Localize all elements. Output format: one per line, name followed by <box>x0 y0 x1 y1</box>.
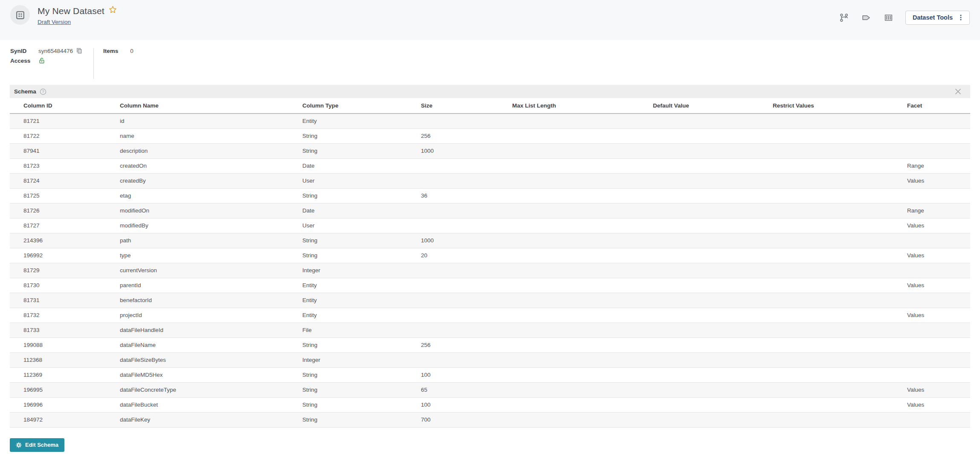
svg-text:?: ? <box>42 89 44 94</box>
cell-column-name: dataFileConcreteType <box>120 382 302 397</box>
cell-column-name: etag <box>120 188 302 203</box>
schema-header-bar: Schema ? <box>10 85 970 98</box>
cell-facet: Values <box>907 218 970 233</box>
kebab-menu-icon <box>958 14 964 21</box>
cell-column-type: String <box>302 233 421 248</box>
synid-value: syn65484476 <box>38 48 73 54</box>
cell-max-list-length <box>512 338 653 352</box>
cell-size <box>421 278 512 293</box>
gear-icon <box>16 442 22 448</box>
schema-row: 81733 dataFileHandleId File <box>10 323 970 338</box>
cell-restrict-values <box>773 173 907 188</box>
cell-column-id: 81726 <box>10 203 120 218</box>
cell-column-type: User <box>302 173 421 188</box>
schema-row: 81726 modifiedOn Date Range <box>10 203 970 218</box>
col-header-max-list-length: Max List Length <box>512 98 653 114</box>
cell-facet: Values <box>907 248 970 263</box>
cell-column-type: String <box>302 128 421 143</box>
cell-max-list-length <box>512 382 653 397</box>
cell-column-name: modifiedOn <box>120 203 302 218</box>
cell-column-id: 81724 <box>10 173 120 188</box>
cell-column-id: 81723 <box>10 158 120 173</box>
cell-column-name: modifiedBy <box>120 218 302 233</box>
cell-column-id: 81733 <box>10 323 120 338</box>
cell-column-name: dataFileSizeBytes <box>120 352 302 367</box>
cell-default-value <box>653 233 773 248</box>
cell-column-id: 81730 <box>10 278 120 293</box>
cell-max-list-length <box>512 203 653 218</box>
cell-default-value <box>653 323 773 338</box>
cell-max-list-length <box>512 278 653 293</box>
cell-restrict-values <box>773 263 907 278</box>
draft-version-link[interactable]: Draft Version <box>38 19 71 25</box>
cell-column-id: 81732 <box>10 308 120 323</box>
cell-size <box>421 352 512 367</box>
cell-size: 700 <box>421 412 512 427</box>
dataset-tools-button[interactable]: Dataset Tools <box>905 11 970 25</box>
entity-metadata: SynID syn65484476 Access <box>0 40 980 85</box>
columns-button[interactable] <box>881 10 897 25</box>
cell-max-list-length <box>512 218 653 233</box>
cell-restrict-values <box>773 382 907 397</box>
cell-default-value <box>653 338 773 352</box>
cell-column-type: String <box>302 397 421 412</box>
page-header: My New Dataset Draft Version <box>0 0 980 40</box>
schema-row: 81727 modifiedBy User Values <box>10 218 970 233</box>
schema-row: 81731 benefactorId Entity <box>10 293 970 308</box>
cell-column-type: Entity <box>302 308 421 323</box>
cell-default-value <box>653 248 773 263</box>
cell-facet <box>907 293 970 308</box>
cell-column-type: Integer <box>302 263 421 278</box>
access-unlocked-icon[interactable] <box>38 57 45 64</box>
cell-column-id: 81727 <box>10 218 120 233</box>
cell-size <box>421 293 512 308</box>
cell-column-name: dataFileKey <box>120 412 302 427</box>
cell-column-id: 112369 <box>10 367 120 382</box>
cell-size <box>421 158 512 173</box>
version-history-button[interactable] <box>836 10 852 25</box>
copy-icon <box>76 47 82 54</box>
cell-column-name: type <box>120 248 302 263</box>
cell-max-list-length <box>512 158 653 173</box>
close-schema-button[interactable] <box>954 87 963 96</box>
cell-size: 1000 <box>421 233 512 248</box>
cell-column-id: 196996 <box>10 397 120 412</box>
cell-default-value <box>653 188 773 203</box>
dataset-icon <box>15 10 26 20</box>
edit-schema-button[interactable]: Edit Schema <box>10 438 64 452</box>
cell-size: 1000 <box>421 143 512 158</box>
cell-column-name: dataFileName <box>120 338 302 352</box>
page-title: My New Dataset <box>38 6 104 16</box>
cell-size <box>421 114 512 128</box>
dataset-avatar <box>10 5 30 25</box>
schema-row: 81721 id Entity <box>10 114 970 128</box>
col-header-column-name: Column Name <box>120 98 302 114</box>
cell-size: 256 <box>421 128 512 143</box>
cell-restrict-values <box>773 158 907 173</box>
cell-column-name: dataFileMD5Hex <box>120 367 302 382</box>
cell-column-id: 87941 <box>10 143 120 158</box>
cell-max-list-length <box>512 412 653 427</box>
cell-default-value <box>653 412 773 427</box>
items-label: Items <box>103 48 118 54</box>
schema-row: 199088 dataFileName String 256 <box>10 338 970 352</box>
col-header-size: Size <box>421 98 512 114</box>
cell-column-id: 196992 <box>10 248 120 263</box>
copy-synid-button[interactable] <box>76 47 82 54</box>
schema-row: 112369 dataFileMD5Hex String 100 <box>10 367 970 382</box>
cell-column-type: File <box>302 323 421 338</box>
cell-facet: Range <box>907 158 970 173</box>
cell-facet: Values <box>907 382 970 397</box>
cell-column-id: 81721 <box>10 114 120 128</box>
cell-facet: Values <box>907 397 970 412</box>
cell-column-type: String <box>302 338 421 352</box>
favorite-star-icon[interactable] <box>109 6 117 14</box>
cell-size <box>421 308 512 323</box>
cell-column-name: currentVersion <box>120 263 302 278</box>
tag-icon <box>861 13 871 23</box>
cell-facet: Range <box>907 203 970 218</box>
columns-icon <box>884 13 893 23</box>
help-icon[interactable]: ? <box>40 88 46 95</box>
annotations-button[interactable] <box>858 10 875 25</box>
access-label: Access <box>10 58 38 64</box>
